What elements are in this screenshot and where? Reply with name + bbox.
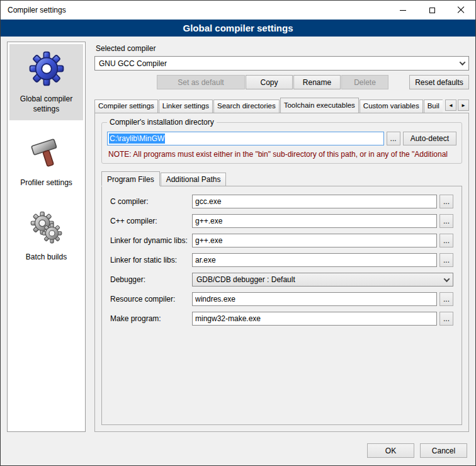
set-as-default-button[interactable]: Set as default xyxy=(157,75,245,89)
tab-custom-variables[interactable]: Custom variables xyxy=(360,99,423,113)
settings-tabstrip: Compiler settings Linker settings Search… xyxy=(94,98,469,113)
main-panel: Selected compiler GNU GCC Compiler Set a… xyxy=(94,42,469,432)
reset-defaults-button[interactable]: Reset defaults xyxy=(409,75,469,89)
chevron-down-icon xyxy=(440,278,453,282)
caption-buttons xyxy=(388,1,475,20)
window-title: Compiler settings xyxy=(1,6,66,14)
tab-linker-settings[interactable]: Linker settings xyxy=(159,99,213,113)
make-program-label: Make program: xyxy=(110,314,192,323)
linker-dynamic-label: Linker for dynamic libs: xyxy=(110,236,192,245)
linker-dynamic-input[interactable] xyxy=(192,234,437,247)
resource-compiler-label: Resource compiler: xyxy=(110,295,192,304)
compiler-settings-window: Compiler settings Global compiler settin… xyxy=(0,0,476,466)
make-program-browse-button[interactable]: ... xyxy=(439,312,453,326)
programs-note: NOTE: All programs must exist either in … xyxy=(108,150,456,159)
linker-dynamic-browse-button[interactable]: ... xyxy=(439,234,453,247)
form-row-cpp-compiler: C++ compiler: ... xyxy=(110,214,453,228)
page-title: Global compiler settings xyxy=(1,20,475,37)
linker-static-input[interactable] xyxy=(192,253,437,267)
debugger-value: GDB/CDB debugger : Default xyxy=(196,275,295,284)
ok-button[interactable]: OK xyxy=(367,443,414,458)
subtab-additional-paths[interactable]: Additional Paths xyxy=(161,173,227,186)
cpp-compiler-browse-button[interactable]: ... xyxy=(439,214,453,228)
titlebar: Compiler settings xyxy=(1,1,475,20)
maximize-icon xyxy=(429,8,435,13)
installation-directory-browse-button[interactable]: ... xyxy=(387,132,400,145)
gray-gears-icon xyxy=(28,210,65,246)
profiler-tool-icon xyxy=(28,135,65,172)
linker-static-browse-button[interactable]: ... xyxy=(439,253,453,267)
sidebar-item-label: Profiler settings xyxy=(20,178,72,188)
close-button[interactable] xyxy=(446,1,475,20)
cancel-button[interactable]: Cancel xyxy=(420,443,467,458)
tabs-viewport: Compiler settings Linker settings Search… xyxy=(94,98,443,113)
program-files-subtabs: Program Files Additional Paths xyxy=(101,171,462,186)
form-row-make-program: Make program: ... xyxy=(110,312,453,326)
sidebar-item-label: Global compiler settings xyxy=(11,94,82,114)
tab-toolchain-executables[interactable]: Toolchain executables xyxy=(280,98,359,113)
compiler-actions: Set as default Copy Rename Delete Reset … xyxy=(94,75,469,89)
program-files-panel: C compiler: ... C++ compiler: ... Linker… xyxy=(101,186,462,425)
c-compiler-label: C compiler: xyxy=(110,197,192,206)
minimize-button[interactable] xyxy=(388,1,417,20)
debugger-label: Debugger: xyxy=(110,275,192,284)
selected-compiler-value: GNU GCC Compiler xyxy=(99,59,167,68)
minimize-icon xyxy=(400,10,406,11)
sidebar-item-label: Batch builds xyxy=(26,253,67,263)
tab-search-directories[interactable]: Search directories xyxy=(213,99,280,113)
sidebar-item-global-compiler-settings[interactable]: Global compiler settings xyxy=(9,44,83,120)
installation-directory-group-title: Compiler's installation directory xyxy=(107,118,217,127)
copy-button[interactable]: Copy xyxy=(246,75,293,89)
linker-static-label: Linker for static libs: xyxy=(110,256,192,264)
tab-scroll-buttons: ◄ ► xyxy=(445,99,469,111)
dialog-footer: OK Cancel xyxy=(1,436,475,465)
settings-sidebar: Global compiler settings Profiler settin… xyxy=(7,42,86,432)
sidebar-item-profiler-settings[interactable]: Profiler settings xyxy=(9,130,83,195)
form-row-linker-dynamic: Linker for dynamic libs: ... xyxy=(110,234,453,247)
tab-compiler-settings[interactable]: Compiler settings xyxy=(94,99,158,113)
make-program-input[interactable] xyxy=(192,312,437,326)
tab-scroll-left-icon[interactable]: ◄ xyxy=(445,99,456,111)
tab-scroll-right-icon[interactable]: ► xyxy=(458,99,469,111)
debugger-dropdown[interactable]: GDB/CDB debugger : Default xyxy=(192,273,453,287)
resource-compiler-input[interactable] xyxy=(192,292,437,306)
rename-button[interactable]: Rename xyxy=(293,75,341,89)
close-icon xyxy=(457,6,465,14)
installation-directory-value: C:\raylib\MinGW xyxy=(109,134,165,144)
cpp-compiler-label: C++ compiler: xyxy=(110,217,192,225)
cpp-compiler-input[interactable] xyxy=(192,214,437,228)
installation-directory-input[interactable]: C:\raylib\MinGW xyxy=(107,132,384,145)
maximize-button[interactable] xyxy=(417,1,446,20)
tab-build-options-truncated[interactable]: Buil xyxy=(424,99,443,113)
installation-directory-group: Compiler's installation directory C:\ray… xyxy=(101,122,462,164)
form-row-linker-static: Linker for static libs: ... xyxy=(110,253,453,267)
resource-compiler-browse-button[interactable]: ... xyxy=(439,292,453,306)
installation-directory-row: C:\raylib\MinGW ... Auto-detect xyxy=(107,132,456,145)
form-row-resource-compiler: Resource compiler: ... xyxy=(110,292,453,306)
c-compiler-browse-button[interactable]: ... xyxy=(439,195,453,208)
dialog-body: Global compiler settings Profiler settin… xyxy=(1,37,475,436)
delete-button[interactable]: Delete xyxy=(341,75,388,89)
form-row-c-compiler: C compiler: ... xyxy=(110,195,453,208)
blue-gear-icon xyxy=(27,49,66,88)
form-row-debugger: Debugger: GDB/CDB debugger : Default xyxy=(110,273,453,287)
sidebar-item-batch-builds[interactable]: Batch builds xyxy=(9,205,83,269)
selected-compiler-dropdown[interactable]: GNU GCC Compiler xyxy=(94,56,469,71)
auto-detect-button[interactable]: Auto-detect xyxy=(403,132,456,145)
c-compiler-input[interactable] xyxy=(192,195,437,208)
toolchain-executables-panel: Compiler's installation directory C:\ray… xyxy=(94,113,469,432)
selected-compiler-label: Selected compiler xyxy=(96,44,469,53)
subtab-program-files[interactable]: Program Files xyxy=(101,171,160,186)
chevron-down-icon xyxy=(456,57,468,70)
